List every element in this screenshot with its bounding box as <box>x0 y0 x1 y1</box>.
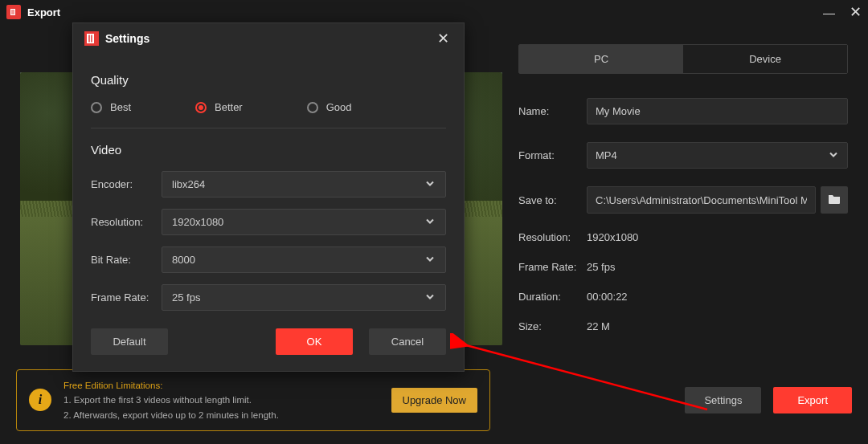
quality-heading: Quality <box>91 73 446 87</box>
encoder-label: Encoder: <box>91 178 162 190</box>
framerate-value: 25 fps <box>587 261 615 273</box>
limitations-line2: 2. Afterwards, export video up to 2 minu… <box>63 408 379 422</box>
svg-rect-7 <box>91 35 92 43</box>
minimize-icon[interactable]: — <box>823 6 835 19</box>
settings-dialog: Settings ✕ Quality Best Better Good <box>72 22 465 372</box>
window-title: Export <box>27 6 823 18</box>
format-label: Format: <box>518 149 587 161</box>
limitations-box: i Free Edition Limitations: 1. Export th… <box>16 369 490 431</box>
dialog-framerate-select[interactable]: 25 fps <box>162 284 446 311</box>
svg-rect-6 <box>88 35 90 43</box>
chevron-down-icon <box>424 215 436 229</box>
cancel-button[interactable]: Cancel <box>369 328 446 355</box>
app-icon <box>6 5 21 19</box>
export-panel: PC Device Name: Format: MP4 Save to: <box>518 44 848 350</box>
tab-pc[interactable]: PC <box>519 45 683 73</box>
radio-icon <box>91 102 102 113</box>
chevron-down-icon <box>424 291 436 304</box>
duration-label: Duration: <box>518 291 587 303</box>
duration-value: 00:00:22 <box>587 291 628 303</box>
radio-icon <box>195 102 207 113</box>
titlebar: Export — ✕ <box>0 0 868 24</box>
browse-button[interactable] <box>821 186 848 214</box>
saveto-input[interactable] <box>587 186 816 214</box>
dialog-framerate-label: Frame Rate: <box>91 291 162 303</box>
chevron-down-icon <box>424 177 436 191</box>
close-icon[interactable]: ✕ <box>850 3 862 21</box>
resolution-label: Resolution: <box>518 231 587 243</box>
app-icon <box>84 31 99 46</box>
video-heading: Video <box>91 143 446 157</box>
format-value: MP4 <box>596 149 617 161</box>
ok-button[interactable]: OK <box>276 328 353 355</box>
quality-good-label: Good <box>326 101 352 113</box>
size-label: Size: <box>518 320 587 332</box>
export-tabs: PC Device <box>518 44 848 74</box>
limitations-title: Free Edition Limitations: <box>63 378 379 393</box>
name-label: Name: <box>518 105 587 117</box>
svg-rect-2 <box>12 10 13 14</box>
bitrate-label: Bit Rate: <box>91 254 162 266</box>
dialog-title: Settings <box>105 32 434 45</box>
dialog-close-icon[interactable]: ✕ <box>434 30 452 47</box>
upgrade-button[interactable]: Upgrade Now <box>391 388 478 413</box>
bitrate-value: 8000 <box>172 254 195 266</box>
svg-rect-3 <box>14 10 14 14</box>
svg-rect-5 <box>87 34 94 43</box>
format-select[interactable]: MP4 <box>587 142 848 169</box>
dialog-resolution-label: Resolution: <box>91 216 162 228</box>
quality-better-label: Better <box>215 101 243 113</box>
size-value: 22 M <box>587 320 610 332</box>
saveto-label: Save to: <box>518 194 587 206</box>
settings-button[interactable]: Settings <box>685 387 761 413</box>
encoder-value: libx264 <box>172 178 205 190</box>
quality-best-label: Best <box>110 101 131 113</box>
tab-device[interactable]: Device <box>683 45 847 73</box>
limitations-line1: 1. Export the first 3 videos without len… <box>63 393 379 407</box>
chevron-down-icon <box>828 149 839 162</box>
default-button[interactable]: Default <box>91 328 168 355</box>
export-button[interactable]: Export <box>773 387 852 413</box>
name-input[interactable] <box>587 98 848 124</box>
bitrate-select[interactable]: 8000 <box>162 246 446 273</box>
framerate-label: Frame Rate: <box>518 261 587 273</box>
encoder-select[interactable]: libx264 <box>162 171 446 198</box>
dialog-resolution-select[interactable]: 1920x1080 <box>162 209 446 235</box>
quality-good-radio[interactable]: Good <box>307 101 352 113</box>
chevron-down-icon <box>424 253 436 267</box>
info-icon: i <box>29 389 51 411</box>
resolution-value: 1920x1080 <box>587 231 638 243</box>
dialog-resolution-value: 1920x1080 <box>172 216 223 228</box>
folder-icon <box>828 193 841 207</box>
quality-better-radio[interactable]: Better <box>195 101 243 113</box>
dialog-framerate-value: 25 fps <box>172 291 200 303</box>
svg-rect-1 <box>10 9 15 15</box>
radio-icon <box>307 102 318 113</box>
quality-best-radio[interactable]: Best <box>91 101 131 113</box>
